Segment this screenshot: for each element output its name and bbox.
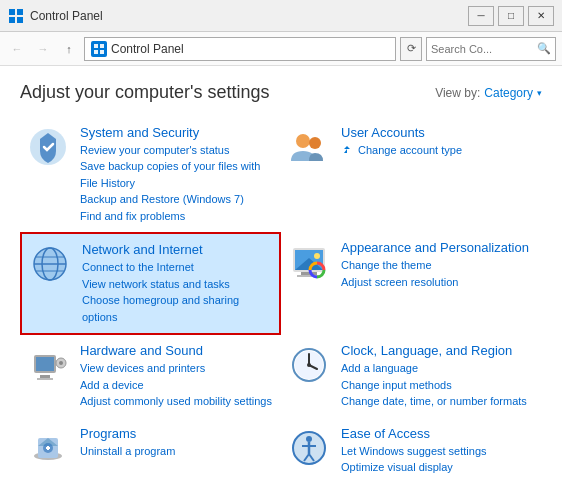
back-button[interactable]: ← bbox=[6, 38, 28, 60]
programs-link-1[interactable]: Uninstall a program bbox=[80, 443, 275, 460]
user-accounts-title[interactable]: User Accounts bbox=[341, 125, 425, 140]
svg-rect-5 bbox=[100, 44, 104, 48]
system-security-text: System and Security Review your computer… bbox=[80, 125, 275, 224]
svg-rect-6 bbox=[94, 50, 98, 54]
appearance-text: Appearance and Personalization Change th… bbox=[341, 240, 536, 290]
category-programs: Programs Uninstall a program bbox=[20, 418, 281, 484]
clock-link-1[interactable]: Add a language bbox=[341, 360, 536, 377]
categories-grid: System and Security Review your computer… bbox=[20, 117, 542, 484]
main-content: Adjust your computer's settings View by:… bbox=[0, 66, 562, 494]
page-title: Adjust your computer's settings bbox=[20, 82, 270, 103]
svg-rect-28 bbox=[40, 375, 50, 378]
clock-text: Clock, Language, and Region Add a langua… bbox=[341, 343, 536, 409]
header-row: Adjust your computer's settings View by:… bbox=[20, 82, 542, 103]
svg-point-10 bbox=[309, 137, 321, 149]
ease-of-access-link-1[interactable]: Let Windows suggest settings bbox=[341, 443, 536, 460]
category-clock: Clock, Language, and Region Add a langua… bbox=[281, 335, 542, 417]
clock-link-3[interactable]: Change date, time, or number formats bbox=[341, 393, 536, 410]
window-controls: ─ □ ✕ bbox=[468, 6, 554, 26]
ease-of-access-text: Ease of Access Let Windows suggest setti… bbox=[341, 426, 536, 476]
svg-rect-0 bbox=[9, 9, 15, 15]
programs-title[interactable]: Programs bbox=[80, 426, 136, 441]
system-security-link-4[interactable]: Find and fix problems bbox=[80, 208, 275, 225]
appearance-title[interactable]: Appearance and Personalization bbox=[341, 240, 529, 255]
title-bar: Control Panel ─ □ ✕ bbox=[0, 0, 562, 32]
hardware-sound-link-2[interactable]: Add a device bbox=[80, 377, 275, 394]
forward-button[interactable]: → bbox=[32, 38, 54, 60]
user-accounts-text: User Accounts Change account type bbox=[341, 125, 536, 158]
view-by-value[interactable]: Category bbox=[484, 86, 533, 100]
hardware-sound-icon bbox=[26, 343, 70, 387]
network-internet-link-2[interactable]: View network status and tasks bbox=[82, 276, 273, 293]
maximize-button[interactable]: □ bbox=[498, 6, 524, 26]
hardware-sound-link-1[interactable]: View devices and printers bbox=[80, 360, 275, 377]
system-security-link-1[interactable]: Review your computer's status bbox=[80, 142, 275, 159]
system-security-link-2[interactable]: Save backup copies of your files with Fi… bbox=[80, 158, 275, 191]
ease-of-access-icon bbox=[287, 426, 331, 470]
address-bar: ← → ↑ Control Panel ⟳ 🔍 bbox=[0, 32, 562, 66]
system-security-link-3[interactable]: Backup and Restore (Windows 7) bbox=[80, 191, 275, 208]
hardware-sound-link-3[interactable]: Adjust commonly used mobility settings bbox=[80, 393, 275, 410]
category-hardware-sound: Hardware and Sound View devices and prin… bbox=[20, 335, 281, 417]
search-input[interactable] bbox=[431, 43, 537, 55]
path-icon bbox=[91, 41, 107, 57]
network-internet-link-3[interactable]: Choose homegroup and sharing options bbox=[82, 292, 273, 325]
address-path[interactable]: Control Panel bbox=[84, 37, 396, 61]
search-icon[interactable]: 🔍 bbox=[537, 42, 551, 55]
category-network-internet: Network and Internet Connect to the Inte… bbox=[20, 232, 281, 335]
search-box[interactable]: 🔍 bbox=[426, 37, 556, 61]
svg-rect-25 bbox=[36, 357, 54, 371]
category-user-accounts: User Accounts Change account type bbox=[281, 117, 542, 232]
hardware-sound-text: Hardware and Sound View devices and prin… bbox=[80, 343, 275, 409]
app-icon bbox=[8, 8, 24, 24]
category-system-security: System and Security Review your computer… bbox=[20, 117, 281, 232]
path-text: Control Panel bbox=[111, 42, 184, 56]
up-button[interactable]: ↑ bbox=[58, 38, 80, 60]
category-appearance: Appearance and Personalization Change th… bbox=[281, 232, 542, 335]
network-internet-text: Network and Internet Connect to the Inte… bbox=[82, 242, 273, 325]
view-by-dropdown-arrow[interactable]: ▾ bbox=[537, 88, 542, 98]
system-security-title[interactable]: System and Security bbox=[80, 125, 199, 140]
clock-title[interactable]: Clock, Language, and Region bbox=[341, 343, 512, 358]
svg-point-27 bbox=[59, 361, 63, 365]
svg-rect-4 bbox=[94, 44, 98, 48]
refresh-button[interactable]: ⟳ bbox=[400, 37, 422, 61]
appearance-icon bbox=[287, 240, 331, 284]
clock-icon bbox=[287, 343, 331, 387]
window-title: Control Panel bbox=[30, 9, 468, 23]
svg-rect-7 bbox=[100, 50, 104, 54]
network-internet-icon bbox=[28, 242, 72, 286]
view-by-label: View by: bbox=[435, 86, 480, 100]
hardware-sound-title[interactable]: Hardware and Sound bbox=[80, 343, 203, 358]
user-accounts-icon bbox=[287, 125, 331, 169]
programs-icon bbox=[26, 426, 70, 470]
view-by: View by: Category ▾ bbox=[435, 86, 542, 100]
svg-rect-3 bbox=[17, 17, 23, 23]
clock-link-2[interactable]: Change input methods bbox=[341, 377, 536, 394]
svg-rect-29 bbox=[37, 378, 53, 380]
svg-rect-2 bbox=[9, 17, 15, 23]
network-internet-title[interactable]: Network and Internet bbox=[82, 242, 203, 257]
system-security-icon bbox=[26, 125, 70, 169]
close-button[interactable]: ✕ bbox=[528, 6, 554, 26]
appearance-link-1[interactable]: Change the theme bbox=[341, 257, 536, 274]
network-internet-link-1[interactable]: Connect to the Internet bbox=[82, 259, 273, 276]
svg-rect-1 bbox=[17, 9, 23, 15]
ease-of-access-link-2[interactable]: Optimize visual display bbox=[341, 459, 536, 476]
minimize-button[interactable]: ─ bbox=[468, 6, 494, 26]
svg-point-34 bbox=[307, 363, 311, 367]
category-ease-of-access: Ease of Access Let Windows suggest setti… bbox=[281, 418, 542, 484]
appearance-link-2[interactable]: Adjust screen resolution bbox=[341, 274, 536, 291]
ease-of-access-title[interactable]: Ease of Access bbox=[341, 426, 430, 441]
svg-point-20 bbox=[314, 253, 320, 259]
user-accounts-link-1[interactable]: Change account type bbox=[341, 142, 536, 159]
svg-point-9 bbox=[296, 134, 310, 148]
svg-point-42 bbox=[306, 436, 312, 442]
programs-text: Programs Uninstall a program bbox=[80, 426, 275, 459]
